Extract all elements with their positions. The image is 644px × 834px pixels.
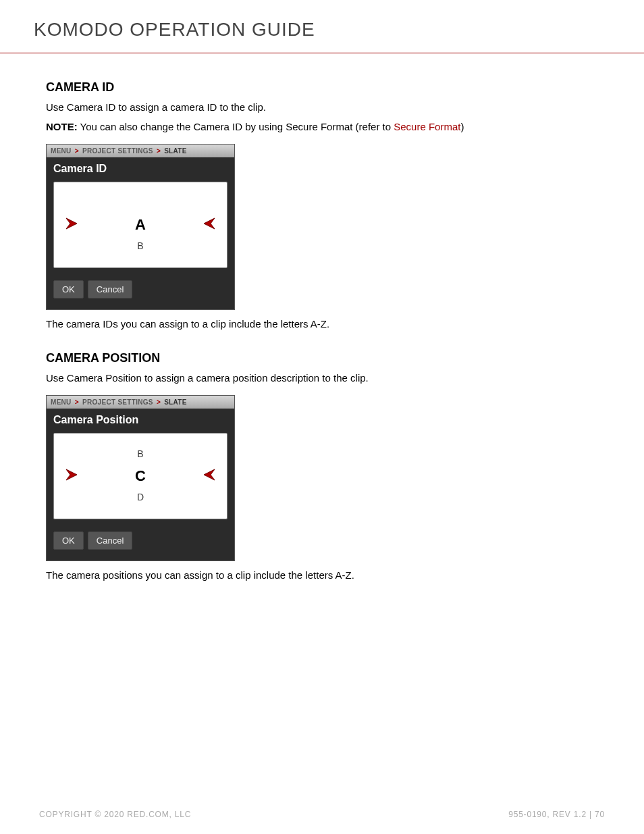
value-picker[interactable]: A B (53, 182, 227, 268)
camera-position-heading: CAMERA POSITION (46, 351, 598, 365)
button-row: OK Cancel (47, 268, 234, 309)
picker-values: A B (89, 197, 192, 253)
camera-position-caption: The camera positions you can assign to a… (46, 568, 598, 583)
breadcrumb-project-settings: PROJECT SETTINGS (82, 398, 153, 406)
page-title: KOMODO OPERATION GUIDE (34, 19, 610, 41)
panel-title: Camera ID (47, 157, 234, 182)
chevron-right-icon: > (75, 147, 79, 155)
breadcrumb-menu: MENU (51, 398, 72, 406)
picker-selected: A (89, 216, 192, 234)
camera-id-intro: Use Camera ID to assign a camera ID to t… (46, 100, 598, 115)
picker-values: B C D (89, 448, 192, 504)
picker-above: B (89, 448, 192, 461)
page-footer: COPYRIGHT © 2020 RED.COM, LLC 955-0190, … (0, 810, 644, 819)
ok-button[interactable]: OK (53, 280, 84, 298)
arrow-left-icon[interactable] (192, 467, 227, 486)
chevron-right-icon: > (75, 398, 79, 406)
button-row: OK Cancel (47, 519, 234, 561)
picker-selected: C (89, 467, 192, 485)
camera-id-note: NOTE: You can also change the Camera ID … (46, 120, 598, 135)
arrow-right-icon[interactable] (54, 467, 89, 486)
footer-copyright: COPYRIGHT © 2020 RED.COM, LLC (39, 810, 191, 819)
breadcrumb-slate: SLATE (164, 147, 187, 155)
camera-id-caption: The camera IDs you can assign to a clip … (46, 317, 598, 332)
arrow-left-icon[interactable] (192, 215, 227, 234)
camera-position-panel: MENU > PROJECT SETTINGS > SLATE Camera P… (46, 395, 235, 561)
picker-below: B (89, 240, 192, 253)
note-text-after: ) (460, 121, 464, 132)
chevron-right-icon: > (157, 147, 161, 155)
secure-format-link[interactable]: Secure Format (394, 121, 460, 132)
footer-docid: 955-0190, REV 1.2 | 70 (508, 810, 605, 819)
breadcrumb: MENU > PROJECT SETTINGS > SLATE (47, 145, 234, 157)
breadcrumb: MENU > PROJECT SETTINGS > SLATE (47, 396, 234, 409)
camera-position-intro: Use Camera Position to assign a camera p… (46, 371, 598, 386)
arrow-right-icon[interactable] (54, 215, 89, 234)
camera-id-heading: CAMERA ID (46, 80, 598, 95)
note-text-before: You can also change the Camera ID by usi… (78, 121, 394, 132)
chevron-right-icon: > (157, 398, 161, 406)
breadcrumb-project-settings: PROJECT SETTINGS (82, 147, 153, 155)
page-header: KOMODO OPERATION GUIDE (0, 0, 644, 47)
panel-title: Camera Position (47, 409, 234, 433)
value-picker[interactable]: B C D (53, 433, 227, 519)
picker-above (89, 197, 192, 209)
picker-below: D (89, 492, 192, 504)
cancel-button[interactable]: Cancel (88, 280, 132, 298)
note-label: NOTE: (46, 121, 78, 132)
breadcrumb-slate: SLATE (164, 398, 187, 406)
breadcrumb-menu: MENU (51, 147, 72, 155)
ok-button[interactable]: OK (53, 531, 84, 550)
content-area: CAMERA ID Use Camera ID to assign a came… (0, 53, 644, 583)
camera-id-panel: MENU > PROJECT SETTINGS > SLATE Camera I… (46, 144, 235, 310)
cancel-button[interactable]: Cancel (88, 531, 132, 550)
